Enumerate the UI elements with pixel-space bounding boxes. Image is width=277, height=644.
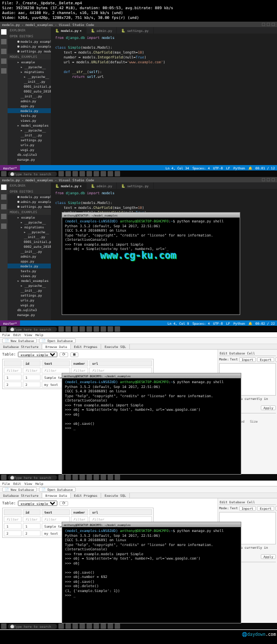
language-indicator[interactable]: Python [233, 321, 245, 325]
extensions-icon[interactable] [1, 224, 6, 229]
taskbar-app-icon[interactable] [65, 623, 71, 629]
cell[interactable]: 2 [4, 382, 22, 387]
refresh-icon[interactable]: ⟳ [60, 501, 68, 506]
apply-button[interactable]: Apply [261, 405, 276, 410]
col-header[interactable]: url [89, 509, 152, 515]
tree-item[interactable]: models.py [8, 108, 51, 113]
tree-item[interactable]: __init__.py [8, 288, 51, 293]
tree-item[interactable]: ▸ __pycache__ [8, 128, 51, 133]
open-editor-item[interactable]: settings.py model_exam... [8, 204, 51, 209]
tree-item[interactable]: views.py [8, 273, 51, 278]
tree-item[interactable]: ▸ migrations [8, 225, 51, 229]
taskbar-app-icon[interactable] [87, 623, 92, 629]
open-editor-item[interactable]: admin.py example [8, 44, 51, 49]
menu-item[interactable]: Edit [13, 482, 21, 485]
taskbar-app-icon[interactable] [72, 623, 78, 629]
git-branch[interactable]: master* [0, 320, 20, 326]
cell[interactable]: 2 [23, 382, 41, 387]
taskbar-app-icon[interactable] [115, 623, 120, 629]
tree-item[interactable]: ▸ __pycache__ [8, 74, 51, 79]
tree-item[interactable]: ▸ migrations [8, 69, 51, 74]
toolbar-button[interactable]: 📄 New Database [2, 487, 37, 492]
tree-item[interactable]: __init__.py [8, 94, 51, 98]
git-branch[interactable]: master* [0, 165, 20, 170]
toolbar-button[interactable]: 📄 New Database [2, 338, 37, 343]
minimize-button[interactable] [262, 23, 265, 26]
main-tab[interactable]: Database Structure [0, 493, 42, 498]
source-control-icon[interactable] [1, 49, 6, 54]
main-tab[interactable]: Execute SQL [101, 344, 130, 349]
menu-item[interactable]: Help [35, 482, 43, 485]
source-control-icon[interactable] [1, 204, 6, 209]
maximize-button[interactable] [267, 178, 270, 181]
cell[interactable]: 1 [23, 523, 41, 529]
tree-item[interactable]: tests.py [8, 268, 51, 273]
debug-icon[interactable] [1, 214, 6, 219]
editor-tab[interactable]: 🐍 models.py × [51, 182, 87, 189]
open-editor-item[interactable]: admin.py example [8, 199, 51, 204]
filter-input[interactable]: Filter [23, 516, 41, 522]
open-editors-header[interactable]: OPEN EDITORS [8, 33, 51, 39]
toolbar-button[interactable]: 📄 Open Database [39, 338, 76, 343]
menu-item[interactable]: File [2, 333, 10, 337]
new-record-icon[interactable]: ▦ [70, 352, 78, 357]
tree-item[interactable]: wsgi.py [8, 303, 51, 307]
editor-tab[interactable]: 🐍 settings.py [117, 182, 153, 189]
menu-item[interactable]: Help [35, 333, 43, 337]
start-button[interactable] [1, 326, 6, 332]
tree-item[interactable]: ▸ __pycache__ [8, 283, 51, 288]
taskbar-search[interactable]: ⚪ Type here to search [8, 624, 57, 629]
taskbar-app-icon[interactable] [115, 171, 120, 176]
taskbar-app-icon[interactable] [58, 623, 64, 629]
main-tab[interactable]: Database Structure [0, 344, 42, 349]
open-editor-item[interactable]: models.py example [8, 194, 51, 199]
task-view-icon[interactable] [58, 171, 64, 176]
col-header[interactable] [4, 360, 22, 366]
main-tab[interactable]: Browse Data [42, 493, 71, 498]
main-tab[interactable]: Execute SQL [101, 493, 130, 498]
tree-item[interactable]: db.sqlite3 [8, 152, 51, 157]
task-view-icon[interactable] [58, 326, 64, 332]
terminal-titlebar[interactable]: anthony@DESKTOP-BGHCMFO: ~/model_example… [62, 522, 241, 527]
open-editors-header[interactable]: OPEN EDITORS [8, 188, 51, 194]
tree-item[interactable]: ▸ example [8, 60, 51, 64]
taskbar-search[interactable]: ⚪ Type here to search [8, 172, 57, 176]
taskbar-app-icon[interactable] [108, 475, 113, 480]
menu-item[interactable]: Edit [13, 333, 21, 337]
start-button[interactable] [1, 171, 6, 176]
tree-item[interactable]: ▸ model_examples [8, 123, 51, 128]
tree-item[interactable]: apps.py [8, 103, 51, 108]
tree-item[interactable]: views.py [8, 118, 51, 123]
cell[interactable]: 2 [23, 530, 41, 536]
tree-item[interactable]: tests.py [8, 113, 51, 118]
code-editor[interactable]: from django.db import models class Simpl… [51, 34, 277, 82]
extensions-icon[interactable] [1, 68, 6, 74]
export-button[interactable]: Export [257, 506, 274, 511]
taskbar-app-icon[interactable] [87, 326, 92, 332]
editor-tab[interactable]: 🐍 admin.py [87, 27, 117, 34]
cursor-position[interactable]: Ln 4, Col 9 [168, 321, 189, 325]
taskbar-search[interactable]: ⚪ Type here to search [8, 475, 57, 480]
terminal-body[interactable]: (model_examples-LsNS8ZdD) anthony@DESKTO… [62, 527, 241, 600]
taskbar-app-icon[interactable] [94, 623, 99, 629]
taskbar-app-icon[interactable] [80, 171, 85, 176]
tree-item[interactable]: urls.py [8, 298, 51, 303]
eol-indicator[interactable]: LF [226, 321, 230, 325]
terminal-titlebar[interactable]: anthony@DESKTOP: ~/model_examples [62, 213, 240, 218]
filter-input[interactable]: Filter [4, 516, 22, 522]
tree-item[interactable]: settings.py [8, 137, 51, 142]
tree-item[interactable]: ▸ example [8, 215, 51, 220]
menu-item[interactable]: View [24, 482, 32, 485]
start-button[interactable] [1, 475, 6, 480]
notifications-icon[interactable]: 🔔 [248, 321, 252, 325]
taskbar-app-icon[interactable] [72, 326, 78, 332]
editor-tab[interactable]: 🐍 settings.py [117, 27, 153, 34]
terminal-window[interactable]: anthony@DESKTOP: ~/model_examples (model… [62, 212, 240, 315]
window-titlebar[interactable]: models.py - model_examples - Visual Stud… [0, 177, 277, 182]
terminal-window[interactable]: anthony@DESKTOP-BGHCMFO: ~/model_example… [62, 522, 241, 623]
tree-item[interactable]: __init__.py [8, 249, 51, 254]
tree-item[interactable]: __init__.py [8, 234, 51, 239]
tree-item[interactable]: admin.py [8, 98, 51, 103]
cursor-position[interactable]: Ln 4, Col 34 [166, 166, 189, 170]
cell[interactable]: 1 [23, 374, 41, 380]
